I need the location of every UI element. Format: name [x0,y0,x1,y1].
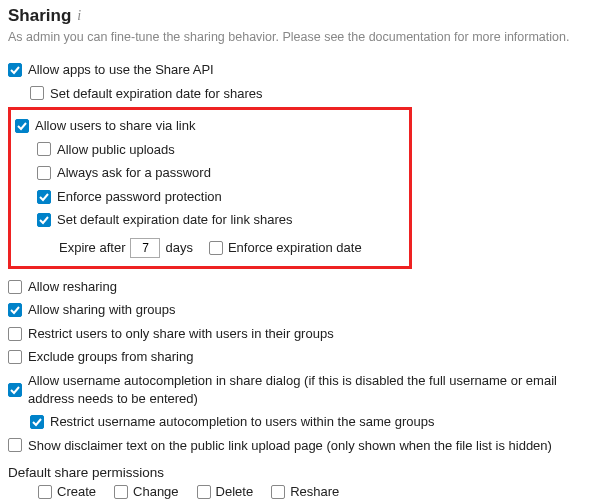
perm-delete-checkbox[interactable] [197,485,211,499]
expire-suffix: days [165,240,192,255]
enforce-exp-checkbox[interactable] [209,241,223,255]
sharing-groups-label: Allow sharing with groups [28,301,175,319]
ask-password-label: Always ask for a password [57,164,211,182]
perm-create-label: Create [57,484,96,499]
restrict-autocomplete-label: Restrict username autocompletion to user… [50,413,434,431]
autocomplete-label: Allow username autocompletion in share d… [28,372,606,407]
autocomplete-checkbox[interactable] [8,383,22,397]
sharing-groups-checkbox[interactable] [8,303,22,317]
perm-change-checkbox[interactable] [114,485,128,499]
exclude-groups-label: Exclude groups from sharing [28,348,193,366]
restrict-autocomplete-checkbox[interactable] [30,415,44,429]
perm-delete-label: Delete [216,484,254,499]
default-exp-link-checkbox[interactable] [37,213,51,227]
enforce-password-label: Enforce password protection [57,188,222,206]
public-uploads-label: Allow public uploads [57,141,175,159]
exclude-groups-checkbox[interactable] [8,350,22,364]
perm-reshare-label: Reshare [290,484,339,499]
default-exp-link-label: Set default expiration date for link sha… [57,211,293,229]
restrict-groups-label: Restrict users to only share with users … [28,325,334,343]
default-perms-heading: Default share permissions [8,465,606,480]
expire-days-input[interactable] [130,238,160,258]
subtitle: As admin you can fine-tune the sharing b… [8,30,606,44]
disclaimer-label: Show disclaimer text on the public link … [28,437,552,455]
share-link-checkbox[interactable] [15,119,29,133]
share-api-checkbox[interactable] [8,63,22,77]
resharing-label: Allow resharing [28,278,117,296]
ask-password-checkbox[interactable] [37,166,51,180]
enforce-exp-label: Enforce expiration date [228,240,362,255]
share-api-label: Allow apps to use the Share API [28,61,214,79]
perm-change-label: Change [133,484,179,499]
perm-reshare-checkbox[interactable] [271,485,285,499]
info-icon[interactable]: i [77,8,81,24]
share-link-section: Allow users to share via link Allow publ… [8,107,412,269]
public-uploads-checkbox[interactable] [37,142,51,156]
default-exp-label: Set default expiration date for shares [50,85,262,103]
page-title: Sharing i [8,6,606,26]
disclaimer-checkbox[interactable] [8,438,22,452]
expire-prefix: Expire after [59,240,125,255]
restrict-groups-checkbox[interactable] [8,327,22,341]
default-perms-row: Create Change Delete Reshare [8,484,606,499]
page-title-text: Sharing [8,6,71,26]
perm-create-checkbox[interactable] [38,485,52,499]
share-link-label: Allow users to share via link [35,117,195,135]
resharing-checkbox[interactable] [8,280,22,294]
enforce-password-checkbox[interactable] [37,190,51,204]
default-exp-checkbox[interactable] [30,86,44,100]
